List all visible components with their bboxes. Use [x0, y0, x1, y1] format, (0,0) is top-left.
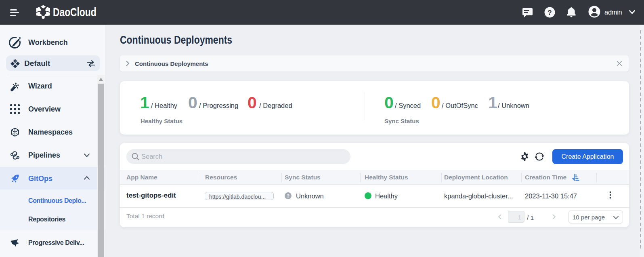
svg-text:?: ?: [287, 194, 289, 198]
svg-text:?: ?: [548, 9, 552, 17]
